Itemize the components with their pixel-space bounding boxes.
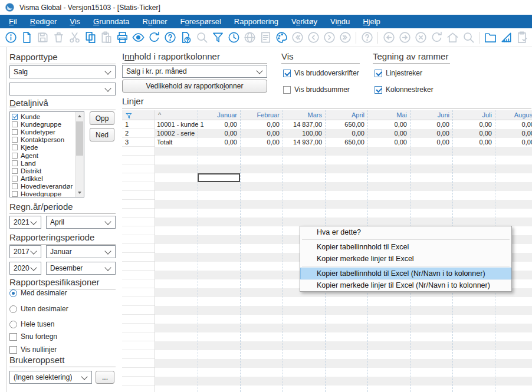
checkbox-icon[interactable] bbox=[283, 86, 291, 94]
grid-value-cell[interactable]: 0,00 bbox=[367, 120, 410, 129]
grid-name-cell[interactable]: Totalt bbox=[157, 138, 172, 147]
menu-vis[interactable]: Vis bbox=[63, 15, 87, 28]
grid-rownum-cell[interactable] bbox=[122, 226, 155, 235]
grid-value-cell[interactable]: 14 937,00 bbox=[283, 138, 325, 147]
grid-rownum-cell[interactable] bbox=[122, 279, 155, 288]
menu-rapportering[interactable]: Rapportering bbox=[228, 15, 285, 28]
grid-value-cell[interactable]: 0,00 bbox=[495, 120, 532, 129]
history-icon[interactable] bbox=[226, 31, 241, 45]
grid-value-cell[interactable]: 0,00 bbox=[452, 129, 495, 138]
grid-rownum-cell[interactable] bbox=[122, 218, 155, 226]
menu-vindu[interactable]: Vindu bbox=[324, 15, 356, 28]
grid-rownum-cell[interactable] bbox=[122, 368, 155, 377]
info-icon[interactable] bbox=[4, 31, 18, 45]
detaljniva-listbox[interactable]: KundeKundegruppeKundetyperKontaktpersonK… bbox=[9, 111, 84, 197]
radio-uten-desimaler[interactable]: Uten desimaler bbox=[9, 305, 68, 313]
grid-rownum-cell[interactable] bbox=[122, 332, 155, 341]
grid-rownum-cell[interactable] bbox=[122, 262, 155, 271]
grid-value-cell[interactable]: 0,00 bbox=[452, 138, 495, 147]
detaljniva-item[interactable]: Artikkel bbox=[10, 175, 75, 183]
regnar-period-select[interactable]: April bbox=[46, 216, 116, 229]
checkbox-linjestreker[interactable]: Linjestreker bbox=[375, 69, 422, 77]
grid-value-cell[interactable]: 0,00 bbox=[410, 138, 452, 147]
checkbox-icon[interactable] bbox=[12, 176, 18, 182]
context-menu-item[interactable]: Kopier merkede linjer til Excel (Nr/Navn… bbox=[300, 279, 511, 291]
radio-med-desimaler[interactable]: Med desimaler bbox=[9, 289, 67, 297]
checkbox-icon[interactable] bbox=[12, 144, 18, 150]
detaljniva-item[interactable]: Kunde bbox=[10, 113, 75, 120]
checkbox-icon[interactable] bbox=[283, 70, 291, 77]
checkbox-icon[interactable] bbox=[12, 153, 18, 159]
rapporttype-select-2[interactable] bbox=[9, 83, 116, 95]
vedlikehold-button[interactable]: Vedlikehold av rapportkolonner bbox=[122, 80, 267, 93]
brukeroppsett-more-button[interactable]: ... bbox=[96, 371, 114, 384]
detaljniva-item[interactable]: Distrikt bbox=[10, 167, 75, 174]
rapporttype-select[interactable]: Salg bbox=[9, 65, 116, 78]
menu-rediger[interactable]: Rediger bbox=[24, 15, 64, 28]
help-icon[interactable] bbox=[163, 31, 177, 45]
grid-value-cell[interactable]: 0,00 bbox=[452, 120, 495, 129]
grid-rownum-cell[interactable] bbox=[122, 156, 155, 164]
palette-icon[interactable] bbox=[274, 31, 288, 45]
grid-name-cell[interactable]: 10002 - serie bbox=[157, 129, 195, 138]
radio-icon[interactable] bbox=[9, 321, 17, 328]
checkbox-icon[interactable] bbox=[12, 168, 18, 174]
grid-rownum-cell[interactable] bbox=[122, 377, 155, 386]
grid-column-header[interactable]: April bbox=[325, 110, 367, 120]
menu-fil[interactable]: Fil bbox=[2, 15, 24, 28]
context-menu-item[interactable]: Kopier tabellinnhold til Excel (Nr/Navn … bbox=[300, 268, 511, 279]
period-to-month-select[interactable]: Desember bbox=[46, 262, 116, 275]
grid-rownum-cell[interactable] bbox=[122, 359, 155, 368]
checkbox-icon[interactable] bbox=[12, 183, 18, 189]
detaljniva-item[interactable]: Hovedgruppe bbox=[10, 190, 75, 197]
grid-value-cell[interactable]: 0,00 bbox=[367, 129, 410, 138]
grid-rownum[interactable]: 1 bbox=[125, 120, 129, 129]
grid-value-cell[interactable]: 0,00 bbox=[198, 129, 240, 138]
grid-rownum[interactable]: 2 bbox=[125, 129, 129, 138]
period-from-year-select[interactable]: 2017 bbox=[9, 245, 41, 258]
grid-rownum-cell[interactable] bbox=[122, 191, 155, 200]
grid-column-header[interactable]: Mai bbox=[367, 110, 410, 120]
checkbox-vis-bruddoverskrifter[interactable]: Vis bruddoverskrifter bbox=[283, 69, 359, 77]
grid-value-cell[interactable]: 0,00 bbox=[410, 120, 452, 129]
refresh-icon[interactable] bbox=[147, 31, 161, 45]
grid-column-header[interactable]: Februar bbox=[240, 110, 283, 120]
grid-rownum[interactable]: 3 bbox=[125, 138, 129, 147]
radio-icon[interactable] bbox=[9, 305, 17, 313]
grid-rownum-cell[interactable] bbox=[122, 297, 155, 306]
context-menu-item[interactable]: Kopier merkede linjer til Excel bbox=[300, 253, 511, 265]
print-icon[interactable] bbox=[115, 31, 129, 45]
grid-rownum-cell[interactable] bbox=[122, 164, 155, 173]
menu-hjelp[interactable]: Hjelp bbox=[356, 15, 387, 28]
copy-icon[interactable] bbox=[83, 31, 97, 45]
checkbox-icon[interactable] bbox=[12, 129, 18, 135]
grid-value-cell[interactable]: 650,00 bbox=[325, 138, 367, 147]
checkbox-icon[interactable] bbox=[12, 114, 18, 120]
grid-value-cell[interactable]: 0,00 bbox=[240, 129, 283, 138]
checkbox-vis-bruddsummer[interactable]: Vis bruddsummer bbox=[283, 85, 350, 94]
scroll-down-icon[interactable] bbox=[75, 189, 84, 197]
grid-name-cell[interactable]: 10001 - kunde 1 bbox=[157, 120, 204, 129]
regnar-year-select[interactable]: 2021 bbox=[9, 216, 41, 229]
detaljniva-item[interactable]: Kundegruppe bbox=[10, 120, 75, 128]
grid-value-cell[interactable]: 0,00 bbox=[495, 138, 532, 147]
grid-value-cell[interactable]: 0,00 bbox=[240, 138, 283, 147]
filter-icon[interactable] bbox=[211, 31, 225, 45]
checkbox-vis-nullinjer[interactable]: Vis nullinjer bbox=[9, 345, 57, 354]
grid-value-cell[interactable]: 0,00 bbox=[198, 138, 240, 147]
checkbox-icon[interactable] bbox=[9, 346, 17, 354]
grid-rownum-cell[interactable] bbox=[122, 271, 155, 279]
grid-rownum-cell[interactable] bbox=[122, 315, 155, 324]
detaljniva-item[interactable]: Kontaktperson bbox=[10, 136, 75, 144]
grid-rownum-cell[interactable] bbox=[122, 182, 155, 191]
grid-rownum-cell[interactable] bbox=[122, 173, 155, 182]
menu-rutiner[interactable]: Rutiner bbox=[136, 15, 174, 28]
menu-grunndata[interactable]: Grunndata bbox=[87, 15, 136, 28]
grid-value-cell[interactable]: 0,00 bbox=[410, 129, 452, 138]
checkbox-icon[interactable] bbox=[375, 70, 382, 77]
detaljniva-item[interactable]: Kjede bbox=[10, 144, 75, 151]
grid-rownum-cell[interactable] bbox=[122, 244, 155, 253]
grid-value-cell[interactable]: 0,00 bbox=[367, 138, 410, 147]
context-menu-item[interactable]: Kopier tabellinnhold til Excel bbox=[300, 241, 511, 253]
grid-value-cell[interactable]: 0,00 bbox=[325, 129, 367, 138]
